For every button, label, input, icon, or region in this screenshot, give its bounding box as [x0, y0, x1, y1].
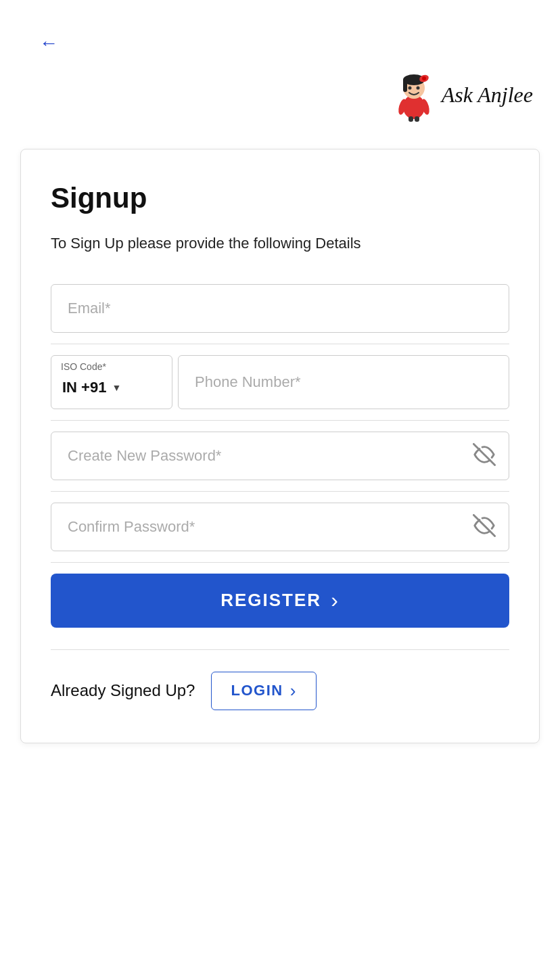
phone-row: ISO Code* IN +91 ▼ [51, 355, 509, 409]
register-label: REGISTER [220, 590, 321, 611]
create-password-field[interactable] [51, 432, 509, 480]
login-label: LOGIN [231, 682, 283, 699]
back-button[interactable]: ← [34, 27, 64, 60]
page-wrapper: ← Ask Anjlee [0, 0, 560, 974]
svg-point-7 [416, 87, 419, 90]
register-arrow-icon: › [331, 588, 340, 613]
svg-rect-11 [415, 116, 419, 122]
confirm-password-wrapper [51, 503, 509, 551]
eye-off-icon [473, 443, 496, 466]
phone-field[interactable] [178, 355, 509, 409]
logo-text: Ask Anjlee [442, 83, 533, 108]
password-group [51, 432, 509, 480]
svg-rect-3 [403, 78, 407, 92]
confirm-password-group [51, 503, 509, 551]
back-arrow-icon: ← [39, 32, 58, 53]
login-button[interactable]: LOGIN › [211, 672, 316, 710]
already-signed-up-row: Already Signed Up? LOGIN › [51, 672, 509, 710]
email-field[interactable] [51, 284, 509, 333]
iso-code-select[interactable]: ISO Code* IN +91 ▼ [51, 355, 172, 409]
logo-area: Ask Anjlee [390, 68, 533, 122]
eye-off-confirm-icon [473, 514, 496, 537]
login-arrow-icon: › [290, 680, 297, 701]
divider-2 [51, 420, 509, 421]
iso-value-row: IN +91 ▼ [62, 379, 161, 396]
divider-3 [51, 491, 509, 492]
iso-label: ISO Code* [61, 361, 106, 372]
svg-rect-10 [409, 116, 413, 122]
mascot-icon [390, 68, 438, 122]
register-button[interactable]: REGISTER › [51, 574, 509, 628]
bottom-divider [51, 649, 509, 650]
signup-subtitle: To Sign Up please provide the following … [51, 233, 509, 254]
dropdown-arrow-icon: ▼ [112, 382, 121, 393]
email-group [51, 284, 509, 333]
signup-card: Signup To Sign Up please provide the fol… [20, 149, 540, 743]
toggle-confirm-password-visibility-icon[interactable] [473, 514, 496, 540]
confirm-password-field[interactable] [51, 503, 509, 551]
svg-point-6 [408, 87, 411, 90]
signup-title: Signup [51, 182, 509, 214]
svg-point-5 [422, 76, 426, 80]
divider-4 [51, 562, 509, 563]
toggle-password-visibility-icon[interactable] [473, 443, 496, 469]
iso-value: IN +91 [62, 379, 106, 396]
password-wrapper [51, 432, 509, 480]
divider-1 [51, 344, 509, 344]
already-signed-text: Already Signed Up? [51, 681, 195, 700]
